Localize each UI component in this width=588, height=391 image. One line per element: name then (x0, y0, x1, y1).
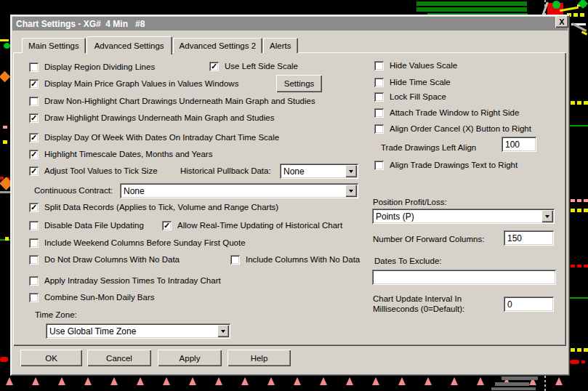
checkbox-disable-data-file-updating[interactable]: Disable Data File Updating (29, 221, 144, 230)
close-button[interactable]: X (555, 15, 568, 28)
yellow-dash (5, 237, 9, 241)
checkbox-box[interactable] (29, 63, 39, 72)
checkbox-box[interactable]: ✓ (29, 79, 39, 89)
price-marker-triangle (163, 377, 170, 385)
checkbox-lock-fill-space[interactable]: Lock Fill Space (374, 92, 446, 102)
checkbox-box[interactable]: ✓ (29, 150, 39, 159)
chart-update-interval-label-line2: Milliseconds (0=Default): (373, 305, 464, 313)
checkbox-box[interactable] (374, 61, 384, 70)
yellow-dash (580, 13, 584, 17)
ok-button[interactable]: OK (20, 350, 82, 366)
price-marker-triangle (137, 377, 144, 385)
checkbox-box[interactable]: ✓ (209, 62, 219, 71)
checkbox-box[interactable]: ✓ (29, 113, 39, 123)
yellow-dash (3, 140, 7, 144)
dropdown-arrow-icon[interactable] (345, 165, 357, 177)
red-marker-blob (570, 360, 579, 364)
checkbox-highlight-timescale[interactable]: ✓ Highlight Timescale Dates, Months and … (29, 150, 212, 159)
dialog-title: Chart Settings - XG# 4 Min #8 (16, 19, 145, 29)
price-marker-triangle (346, 377, 353, 385)
checkbox-draw-highlight-drawings[interactable]: ✓ Draw Highlight Drawings Underneath Mai… (29, 113, 274, 123)
continuous-contract-label: Continuous Contract: (34, 186, 113, 195)
checkbox-apply-intraday-session-times[interactable]: Apply Intraday Session Times To Intraday… (29, 276, 221, 286)
checkbox-box[interactable] (374, 78, 384, 87)
dialog-titlebar[interactable]: Chart Settings - XG# 4 Min #8 (12, 17, 568, 31)
yellow-dash (584, 101, 588, 105)
green-level-line (570, 125, 588, 126)
tab-advanced-settings[interactable]: Advanced Settings (86, 36, 172, 55)
yellow-dash (584, 348, 588, 352)
close-icon: X (559, 17, 564, 26)
checkbox-display-day-of-week[interactable]: ✓ Display Day Of Week With Dates On Intr… (29, 133, 279, 142)
help-button[interactable]: Help (227, 350, 291, 366)
price-marker-triangle (189, 377, 196, 385)
tab-advanced-settings-2[interactable]: Advanced Settings 2 (173, 38, 263, 53)
price-marker-triangle (398, 377, 406, 385)
dates-to-exclude-field[interactable] (374, 271, 555, 283)
checkbox-hide-values-scale[interactable]: Hide Values Scale (374, 61, 457, 70)
checkbox-include-weekend-columns[interactable]: Include Weekend Columns Before Sunday Fi… (29, 238, 246, 248)
checkbox-use-left-side-scale[interactable]: ✓ Use Left Side Scale (209, 62, 298, 71)
checkbox-align-order-cancel[interactable]: Align Order Cancel (X) Button to Right (374, 124, 531, 134)
apply-button[interactable]: Apply (158, 350, 222, 366)
checkbox-attach-trade-window[interactable]: Attach Trade Window to Right Side (374, 108, 519, 118)
position-profit-loss-label: Position Profit/Loss: (373, 198, 447, 206)
price-marker-triangle (320, 377, 327, 385)
cancel-button[interactable]: Cancel (87, 350, 151, 366)
checkbox-combine-sun-mon[interactable]: Combine Sun-Mon Daily Bars (29, 293, 154, 302)
dropdown-arrow-icon[interactable] (345, 185, 357, 197)
checkbox-box[interactable] (29, 221, 39, 230)
app-screen: Chart Settings - XG# 4 Min #8 X Main Set… (0, 0, 588, 391)
yellow-dash (571, 348, 575, 352)
green-level-line (570, 297, 588, 299)
checkbox-box[interactable]: ✓ (29, 166, 39, 176)
time-zone-label: Time Zone: (35, 310, 77, 319)
checkbox-do-not-draw-columns[interactable]: Do Not Draw Columns With No Data (29, 255, 180, 265)
checkbox-box[interactable] (374, 108, 384, 118)
checkbox-box[interactable] (374, 161, 384, 170)
checkbox-box[interactable]: ✓ (29, 133, 39, 142)
checkbox-display-region-dividing-lines[interactable]: Display Region Dividing Lines (29, 63, 155, 72)
checkbox-box[interactable] (29, 97, 39, 106)
checkbox-box[interactable] (374, 92, 384, 102)
pink-dash (584, 199, 588, 202)
checkbox-box[interactable] (29, 293, 39, 302)
checkbox-hide-time-scale[interactable]: Hide Time Scale (374, 78, 451, 87)
dropdown-arrow-icon[interactable] (541, 210, 553, 222)
checkbox-box[interactable] (29, 276, 39, 286)
checkbox-align-trade-drawings-text[interactable]: Align Trade Drawings Text to Right (374, 161, 517, 170)
yellow-dash (577, 101, 581, 105)
trade-drawings-left-align-field[interactable] (503, 138, 535, 150)
checkbox-draw-non-highlight-drawings[interactable]: Draw Non-Highlight Chart Drawings Undern… (29, 97, 315, 106)
number-of-forward-columns-field-wrap (504, 230, 554, 246)
checkbox-box[interactable]: ✓ (162, 221, 172, 230)
dropdown-arrow-icon[interactable] (217, 325, 229, 337)
chart-update-interval-field[interactable] (505, 298, 552, 310)
number-of-forward-columns-field[interactable] (505, 232, 552, 244)
chart-update-interval-label-line1: Chart Update Interval In (373, 294, 462, 303)
price-marker-triangle (58, 377, 65, 385)
historical-pullback-data-label: Historical Pullback Data: (180, 166, 271, 175)
tab-alerts[interactable]: Alerts (263, 38, 297, 53)
time-zone-select[interactable]: Use Global Time Zone (46, 323, 230, 339)
volume-bar (416, 7, 527, 12)
checkbox-allow-realtime-updating[interactable]: ✓ Allow Real-Time Updating of Historical… (162, 221, 342, 230)
checkbox-box[interactable] (29, 255, 39, 265)
settings-button[interactable]: Settings (276, 75, 322, 92)
checkbox-box[interactable] (374, 124, 384, 134)
checkbox-box[interactable] (29, 238, 39, 248)
number-of-forward-columns-label: Number Of Forward Columns: (373, 235, 484, 243)
checkbox-box[interactable] (230, 255, 240, 265)
checkbox-display-main-price-graph-values[interactable]: ✓ Display Main Price Graph Values in Val… (29, 79, 238, 89)
checkbox-include-columns-no-data[interactable]: Include Columns With No Data (230, 255, 360, 265)
position-profit-loss-select[interactable]: Points (P) (372, 209, 555, 224)
historical-pullback-data-select[interactable]: None (280, 164, 358, 179)
price-marker-triangle (267, 377, 275, 385)
yellow-dash (571, 101, 575, 105)
price-marker-triangle (32, 377, 39, 385)
checkbox-split-data-records[interactable]: ✓ Split Data Records (Applies to Tick, V… (29, 203, 278, 212)
tab-main-settings[interactable]: Main Settings (22, 38, 86, 53)
checkbox-box[interactable]: ✓ (29, 203, 39, 212)
continuous-contract-select[interactable]: None (120, 183, 358, 198)
checkbox-adjust-tool-values[interactable]: ✓ Adjust Tool Values to Tick Size (29, 166, 158, 176)
